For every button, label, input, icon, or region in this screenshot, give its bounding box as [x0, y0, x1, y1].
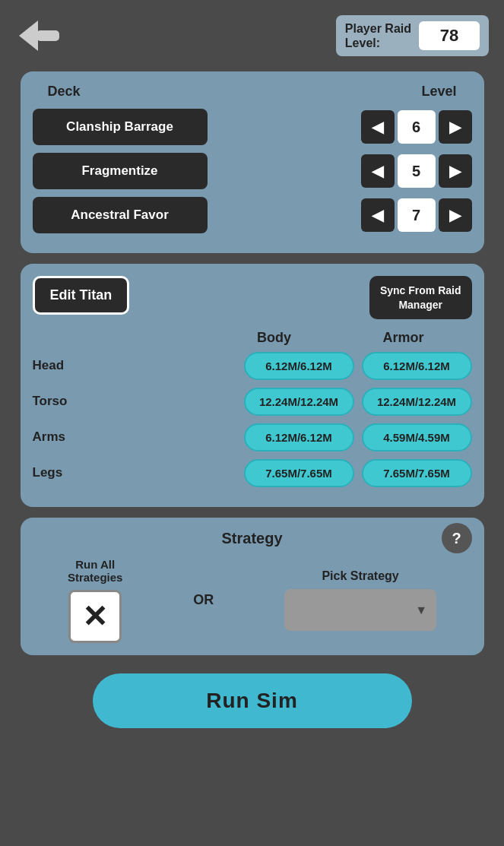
player-raid-input[interactable]	[419, 21, 480, 50]
level-increase-button-2[interactable]: ▶	[439, 198, 472, 232]
level-value-2[interactable]	[398, 198, 436, 232]
deck-name-button-1[interactable]: Fragmentize	[33, 153, 208, 189]
titan-col-headers: Body Armor	[33, 330, 472, 346]
level-decrease-button-0[interactable]: ◀	[361, 110, 395, 144]
titan-row-torso: Torso 12.24M/12.24M 12.24M/12.24M	[33, 388, 472, 416]
titan-torso-body-stat[interactable]: 12.24M/12.24M	[244, 388, 354, 416]
level-value-0[interactable]	[398, 110, 436, 144]
strategy-body: Run All Strategies ✕ OR Pick Strategy Op…	[33, 558, 472, 643]
back-button[interactable]	[15, 17, 61, 55]
deck-column-header: Deck	[48, 84, 81, 100]
level-control-1: ◀ ▶	[361, 154, 472, 188]
titan-header: Edit Titan Sync From Raid Manager	[33, 276, 472, 318]
deck-name-button-2[interactable]: Ancestral Favor	[33, 197, 208, 233]
level-control-2: ◀ ▶	[361, 198, 472, 232]
back-arrow-icon	[15, 17, 61, 55]
svg-rect-1	[36, 30, 59, 41]
armor-col-header: Armor	[343, 330, 464, 346]
titan-row-arms: Arms 6.12M/6.12M 4.59M/4.59M	[33, 423, 472, 452]
edit-titan-button[interactable]: Edit Titan	[33, 276, 130, 315]
titan-torso-label: Torso	[33, 394, 94, 409]
titan-arms-label: Arms	[33, 429, 94, 445]
deck-name-button-0[interactable]: Clanship Barrage	[33, 109, 208, 145]
titan-torso-armor-stat[interactable]: 12.24M/12.24M	[362, 388, 472, 416]
level-decrease-button-1[interactable]: ◀	[361, 154, 395, 188]
deck-row-0: Clanship Barrage ◀ ▶	[33, 109, 472, 145]
top-bar: Player Raid Level:	[0, 8, 504, 64]
level-increase-button-1[interactable]: ▶	[439, 154, 472, 188]
titan-arms-armor-stat[interactable]: 4.59M/4.59M	[362, 423, 472, 452]
strategy-select-wrapper: Option 1 Option 2	[284, 589, 436, 631]
run-all-container: Run All Strategies ✕	[68, 558, 123, 643]
strategy-header: Strategy ?	[33, 530, 472, 547]
level-control-0: ◀ ▶	[361, 110, 472, 144]
help-button[interactable]: ?	[442, 523, 472, 553]
pick-strategy-label: Pick Strategy	[322, 569, 398, 583]
x-mark-icon: ✕	[82, 599, 108, 634]
deck-row-1: Fragmentize ◀ ▶	[33, 153, 472, 189]
titan-head-label: Head	[33, 358, 94, 373]
help-icon: ?	[452, 530, 461, 547]
strategy-panel: Strategy ? Run All Strategies ✕ OR Pick …	[21, 518, 484, 655]
level-increase-button-0[interactable]: ▶	[439, 110, 472, 144]
titan-panel: Edit Titan Sync From Raid Manager Body A…	[21, 264, 484, 506]
strategy-select[interactable]: Option 1 Option 2	[284, 589, 436, 631]
titan-legs-label: Legs	[33, 465, 94, 480]
run-sim-button[interactable]: Run Sim	[93, 673, 412, 728]
titan-legs-armor-stat[interactable]: 7.65M/7.65M	[362, 459, 472, 487]
titan-legs-body-stat[interactable]: 7.65M/7.65M	[244, 459, 354, 487]
titan-row-head: Head 6.12M/6.12M 6.12M/6.12M	[33, 352, 472, 380]
titan-torso-stats: 12.24M/12.24M 12.24M/12.24M	[244, 388, 472, 416]
titan-head-armor-stat[interactable]: 6.12M/6.12M	[362, 352, 472, 380]
level-column-header: Level	[421, 84, 456, 100]
svg-marker-0	[19, 21, 38, 51]
player-raid-section: Player Raid Level:	[336, 15, 489, 56]
player-raid-label: Player Raid Level:	[345, 21, 411, 50]
sync-from-raid-manager-button[interactable]: Sync From Raid Manager	[369, 276, 472, 318]
pick-strategy-container: Pick Strategy Option 1 Option 2	[284, 569, 436, 631]
or-separator: OR	[193, 592, 214, 608]
titan-head-stats: 6.12M/6.12M 6.12M/6.12M	[244, 352, 472, 380]
level-decrease-button-2[interactable]: ◀	[361, 198, 395, 232]
deck-panel: Deck Level Clanship Barrage ◀ ▶ Fragment…	[21, 71, 484, 253]
run-all-label: Run All Strategies	[68, 558, 123, 584]
titan-row-legs: Legs 7.65M/7.65M 7.65M/7.65M	[33, 459, 472, 487]
titan-head-body-stat[interactable]: 6.12M/6.12M	[244, 352, 354, 380]
titan-arms-stats: 6.12M/6.12M 4.59M/4.59M	[244, 423, 472, 452]
titan-arms-body-stat[interactable]: 6.12M/6.12M	[244, 423, 354, 452]
titan-legs-stats: 7.65M/7.65M 7.65M/7.65M	[244, 459, 472, 487]
titan-table: Body Armor Head 6.12M/6.12M 6.12M/6.12M …	[33, 330, 472, 487]
level-value-1[interactable]	[398, 154, 436, 188]
run-all-checkbox[interactable]: ✕	[68, 590, 122, 643]
strategy-title: Strategy	[221, 530, 282, 547]
deck-header: Deck Level	[33, 84, 472, 100]
body-col-header: Body	[214, 330, 335, 346]
deck-row-2: Ancestral Favor ◀ ▶	[33, 197, 472, 233]
